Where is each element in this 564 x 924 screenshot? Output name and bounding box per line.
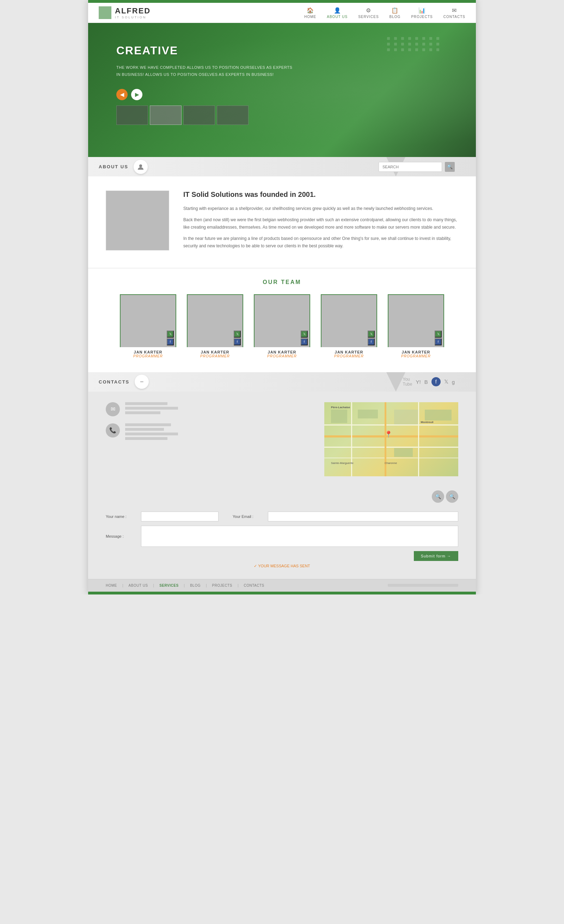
team-role-2: PROGRAMMER	[200, 354, 230, 358]
form-submit-button[interactable]: Submit form →	[414, 551, 458, 561]
phone-line-1	[125, 423, 171, 426]
nav-blog[interactable]: 📋 BLOG	[389, 7, 401, 19]
hero-thumb-3[interactable]	[183, 105, 215, 125]
youtube-icon[interactable]: YouTube	[403, 377, 413, 387]
svg-point-4	[139, 164, 142, 167]
svg-rect-0	[99, 7, 104, 12]
nav-projects[interactable]: 📊 PROJECTS	[411, 7, 432, 19]
nav-contacts[interactable]: ✉ CONTACTS	[443, 7, 465, 19]
team-social-4: 𝕏 f	[368, 331, 375, 345]
contact-search-row: 🔍 🔍	[88, 487, 476, 506]
footer-home[interactable]: HOME	[106, 584, 117, 587]
footer-projects[interactable]: PROJECTS	[212, 584, 232, 587]
hero-text: THE WORK WE HAVE COMPLETED ALLOWS US TO …	[116, 64, 293, 78]
social-links: YouTube Y! B f 𝕏 g	[403, 377, 455, 387]
team-card-2: 𝕏 f JAN KARTER PROGRAMMER	[185, 294, 245, 358]
facebook-btn-1[interactable]: f	[167, 338, 174, 345]
facebook-btn-3[interactable]: f	[301, 338, 308, 345]
hero-prev-button[interactable]: ◀	[116, 89, 128, 100]
form-message-label: Message :	[106, 534, 134, 538]
map-pin: 📍	[384, 430, 392, 438]
facebook-btn-4[interactable]: f	[368, 338, 375, 345]
team-photo-4: 𝕏 f	[321, 294, 377, 347]
form-email-input[interactable]	[268, 512, 458, 522]
google-icon[interactable]: g	[452, 379, 455, 385]
team-card-4: 𝕏 f JAN KARTER PROGRAMMER	[319, 294, 379, 358]
about-para-3: In the near future we are planning a lin…	[183, 235, 458, 250]
svg-rect-2	[99, 13, 104, 18]
about-content: IT Solid Solutions was founded in 2001. …	[183, 190, 458, 254]
nav-home[interactable]: 🏠 HOME	[304, 7, 316, 19]
search-button[interactable]: 🔍	[445, 162, 455, 172]
team-card-5: 𝕏 f JAN KARTER PROGRAMMER	[386, 294, 446, 358]
phone-line-3	[125, 432, 178, 435]
footer-services[interactable]: SERVICES	[159, 584, 178, 587]
phone-line-4	[125, 437, 168, 440]
about-section: IT Solid Solutions was founded in 2001. …	[88, 176, 476, 268]
footer-about[interactable]: ABOUT US	[129, 584, 148, 587]
hero-thumb-1[interactable]	[116, 105, 148, 125]
phone-icon: 📞	[106, 423, 120, 438]
search-round-btn-1[interactable]: 🔍	[432, 490, 444, 503]
about-para-1: Starting with experiance as a shellprovi…	[183, 205, 458, 213]
nav-services[interactable]: ⚙ SERVICES	[358, 7, 378, 19]
services-icon: ⚙	[366, 7, 371, 14]
twitter-icon[interactable]: 𝕏	[444, 378, 448, 385]
team-name-3: JAN KARTER	[268, 350, 296, 354]
site-subtitle: IT SOLUTION	[115, 15, 151, 19]
team-photo-5: 𝕏 f	[388, 294, 444, 347]
contacts-bar-label: CONTACTS	[99, 379, 129, 384]
hero-thumb-2[interactable]	[150, 105, 181, 125]
contact-email-text	[125, 402, 178, 414]
form-message-textarea[interactable]	[141, 526, 458, 547]
twitter-btn-1[interactable]: 𝕏	[167, 331, 174, 338]
home-icon: 🏠	[307, 7, 314, 14]
team-section: OUR TEAM 𝕏 f JAN KARTER PROGRAMMER 𝕏	[88, 268, 476, 372]
logo-icon	[99, 6, 111, 19]
facebook-btn-2[interactable]: f	[234, 338, 241, 345]
search-area: 🔍	[378, 162, 455, 172]
team-grid: 𝕏 f JAN KARTER PROGRAMMER 𝕏 f JAN KARTER…	[106, 294, 458, 358]
form-email-label: Your Email :	[233, 514, 261, 519]
twitter-btn-2[interactable]: 𝕏	[234, 331, 241, 338]
about-title: IT Solid Solutions was founded in 2001.	[183, 190, 458, 199]
footer: HOME | ABOUT US | SERVICES | BLOG | PROJ…	[88, 579, 476, 592]
contacts-bar-icon: −	[135, 375, 149, 389]
team-title: OUR TEAM	[106, 279, 458, 285]
twitter-btn-4[interactable]: 𝕏	[368, 331, 375, 338]
hero-content: CREATIVE THE WORK WE HAVE COMPLETED ALLO…	[116, 44, 293, 125]
svg-rect-1	[105, 7, 110, 12]
blogger-icon[interactable]: B	[425, 379, 428, 385]
team-photo-2: 𝕏 f	[187, 294, 243, 347]
blog-icon: 📋	[391, 7, 398, 14]
about-icon: 👤	[334, 7, 341, 14]
team-social-2: 𝕏 f	[234, 331, 241, 345]
footer-blog[interactable]: BLOG	[190, 584, 200, 587]
about-bar-label: ABOUT US	[99, 164, 128, 170]
hero-next-button[interactable]: ▶	[131, 89, 142, 100]
team-name-2: JAN KARTER	[201, 350, 229, 354]
nav-about[interactable]: 👤 ABOUT US	[327, 7, 347, 19]
footer-contacts[interactable]: CONTACTS	[244, 584, 264, 587]
contact-info: ✉ 📞	[106, 402, 314, 476]
form-name-input[interactable]	[141, 512, 218, 522]
search-input[interactable]	[378, 162, 442, 172]
hero-title: CREATIVE	[116, 44, 293, 57]
map-visual: 📍 Père-Lachaise Sainte-Marguerite Charon…	[324, 402, 458, 476]
facebook-btn-5[interactable]: f	[435, 338, 442, 345]
nav-projects-label: PROJECTS	[411, 15, 432, 19]
team-role-5: PROGRAMMER	[401, 354, 431, 358]
search-round-btn-2[interactable]: 🔍	[446, 490, 458, 503]
twitter-btn-5[interactable]: 𝕏	[435, 331, 442, 338]
about-image	[106, 190, 169, 250]
team-social-3: 𝕏 f	[301, 331, 308, 345]
team-photo-1: 𝕏 f	[120, 294, 176, 347]
form-submit-row: Submit form →	[106, 551, 458, 561]
hero-thumb-4[interactable]	[217, 105, 248, 125]
twitter-btn-3[interactable]: 𝕏	[301, 331, 308, 338]
contacts-icon: ✉	[452, 7, 456, 14]
phone-line-2	[125, 428, 164, 431]
facebook-icon[interactable]: f	[431, 377, 441, 386]
logo-text: ALFRED IT SOLUTION	[115, 6, 151, 19]
yahoo-icon[interactable]: Y!	[416, 379, 420, 385]
